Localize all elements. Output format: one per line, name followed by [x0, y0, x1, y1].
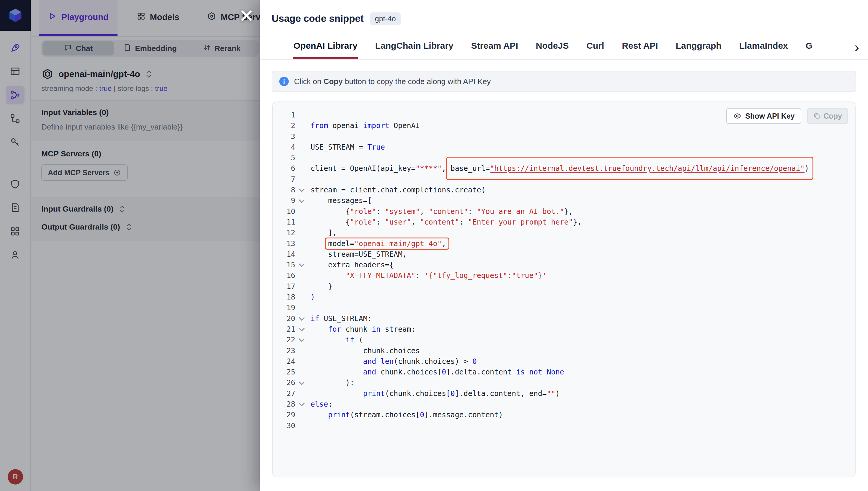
code-text: else: [311, 399, 332, 409]
show-api-key-button[interactable]: Show API Key [726, 108, 801, 124]
line-number: 24 [273, 356, 295, 367]
line-number: 3 [273, 131, 295, 142]
info-banner: i Click on Copy button to copy the code … [272, 71, 856, 92]
code-text: ): [311, 377, 354, 388]
code-line: 23 chunk.choices [273, 346, 855, 356]
code-line: 29 print(stream.choices[0].message.conte… [273, 409, 855, 420]
code-text: extra_headers={ [311, 260, 394, 270]
info-text: Click on Copy button to copy the code al… [294, 77, 491, 86]
fold-chevron-icon[interactable] [295, 189, 308, 191]
annotation-highlight-box: base_url="https://internal.devtest.truef… [446, 157, 813, 180]
tab-stream-api[interactable]: Stream API [471, 34, 519, 59]
tab-langchain-library[interactable]: LangChain Library [375, 34, 454, 59]
code-line: 20if USE_STREAM: [273, 313, 855, 324]
annotation-highlight-box: model="openai-main/gpt-4o", [325, 237, 449, 250]
code-line: 3 [273, 131, 855, 142]
copy-button[interactable]: Copy [807, 108, 848, 124]
line-number: 26 [273, 377, 295, 388]
line-number: 20 [273, 313, 295, 324]
snippet-tabs: OpenAI Library LangChain Library Stream … [260, 34, 868, 60]
eye-icon [733, 112, 741, 120]
code-line: 13 model="openai-main/gpt-4o", [273, 238, 855, 249]
code-text: ], [311, 228, 337, 238]
code-text: USE_STREAM = True [311, 142, 385, 152]
tab-llamaindex[interactable]: LlamaIndex [739, 34, 789, 59]
code-line: 25 and chunk.choices[0].delta.content is… [273, 367, 855, 377]
code-actions: Show API Key Copy [726, 108, 848, 124]
code-line: 11 {"role": "user", "content": "Enter yo… [273, 217, 855, 228]
code-line: 26 ): [273, 377, 855, 388]
line-number: 8 [273, 185, 295, 195]
model-badge: gpt-4o [370, 12, 401, 25]
line-number: 23 [273, 346, 295, 356]
modal-backdrop[interactable] [0, 0, 260, 491]
line-number: 5 [273, 152, 295, 163]
info-icon: i [279, 77, 289, 86]
modal-title: Usage code snippet [272, 12, 364, 25]
code-text: client = OpenAI(api_key="****", base_url… [311, 163, 809, 174]
line-number: 12 [273, 228, 295, 238]
line-number: 28 [273, 399, 295, 409]
line-number: 18 [273, 292, 295, 302]
code-line: 27 print(chunk.choices[0].delta.content,… [273, 388, 855, 399]
code-text: and len(chunk.choices) > 0 [311, 356, 477, 367]
code-text: messages=[ [311, 195, 372, 206]
code-text: print(stream.choices[0].message.content) [311, 409, 503, 420]
fold-chevron-icon[interactable] [295, 264, 308, 266]
code-text: stream = client.chat.completions.create( [311, 185, 485, 195]
code-line: 9 messages=[ [273, 195, 855, 206]
line-number: 7 [273, 174, 295, 185]
code-line: 19 [273, 302, 855, 313]
tab-nodejs[interactable]: NodeJS [535, 34, 569, 59]
line-number: 2 [273, 120, 295, 131]
line-number: 9 [273, 195, 295, 206]
tab-curl[interactable]: Curl [586, 34, 605, 59]
tab-truncated[interactable]: G [805, 34, 813, 59]
fold-chevron-icon[interactable] [295, 403, 308, 405]
line-number: 21 [273, 324, 295, 335]
code-text: stream=USE_STREAM, [311, 249, 407, 260]
line-number: 16 [273, 270, 295, 281]
line-number: 30 [273, 421, 295, 431]
code-line: 10 {"role": "system", "content": "You ar… [273, 206, 855, 217]
tab-langgraph[interactable]: Langgraph [675, 34, 722, 59]
line-number: 10 [273, 206, 295, 217]
fold-chevron-icon[interactable] [295, 328, 308, 330]
code-text: chunk.choices [311, 346, 420, 356]
code-lines: 12from openai import OpenAI34USE_STREAM … [273, 110, 855, 431]
code-panel: Show API Key Copy 12from openai import O… [272, 102, 856, 478]
modal-close-button[interactable] [237, 6, 256, 25]
code-text: model="openai-main/gpt-4o", [311, 238, 446, 249]
code-line: 15 extra_headers={ [273, 260, 855, 270]
tab-openai-library[interactable]: OpenAI Library [293, 34, 358, 59]
fold-chevron-icon[interactable] [295, 200, 308, 202]
copy-label: Copy [824, 112, 842, 120]
tab-rest-api[interactable]: Rest API [621, 34, 659, 59]
code-line: 22 if ( [273, 335, 855, 345]
code-line: 30 [273, 421, 855, 431]
line-number: 17 [273, 281, 295, 292]
tabs-scroll-right-icon[interactable]: › [852, 40, 859, 59]
line-number: 22 [273, 335, 295, 345]
code-line: 8stream = client.chat.completions.create… [273, 185, 855, 195]
line-number: 4 [273, 142, 295, 152]
code-line: 14 stream=USE_STREAM, [273, 249, 855, 260]
line-number: 6 [273, 163, 295, 174]
line-number: 15 [273, 260, 295, 270]
line-number: 27 [273, 388, 295, 399]
code-text: {"role": "system", "content": "You are a… [311, 206, 573, 217]
fold-chevron-icon[interactable] [295, 382, 308, 384]
fold-chevron-icon[interactable] [295, 318, 308, 320]
line-number: 19 [273, 302, 295, 313]
code-text: ) [311, 292, 315, 302]
line-number: 11 [273, 217, 295, 228]
fold-chevron-icon[interactable] [295, 339, 308, 341]
copy-icon [813, 112, 821, 120]
code-line: 12 ], [273, 228, 855, 238]
line-number: 25 [273, 367, 295, 377]
code-text: } [311, 281, 332, 292]
code-line: 17 } [273, 281, 855, 292]
code-text: {"role": "user", "content": "Enter your … [311, 217, 582, 228]
code-line: 6client = OpenAI(api_key="****", base_ur… [273, 163, 855, 174]
code-line: 28else: [273, 399, 855, 409]
